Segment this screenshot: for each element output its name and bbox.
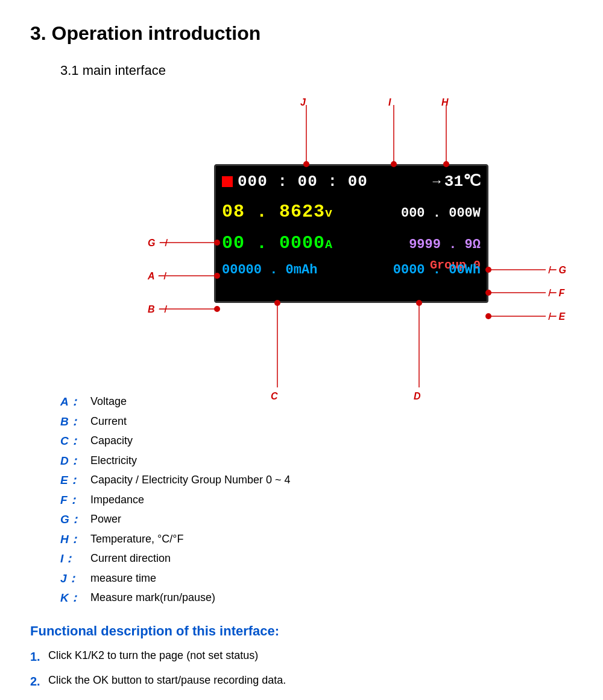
legend-B: B： Current [60, 413, 573, 431]
legend-list: A： Voltage B： Current C： Capacity D： Ele… [60, 393, 573, 607]
legend-key-H: H： [60, 531, 90, 549]
legend-val-B: Current [90, 413, 127, 430]
label-B-left: B ⊣ [148, 302, 166, 317]
impedance-display: 9999 . 9Ω [409, 234, 481, 255]
legend-val-J: measure time [90, 570, 156, 587]
legend-C: C： Capacity [60, 433, 573, 450]
functional-title: Functional description of this interface… [30, 620, 573, 641]
legend-key-K: K： [60, 590, 90, 607]
legend-val-K: Measure mark(run/pause) [90, 590, 215, 606]
dot-C [274, 300, 280, 306]
lcd-display: 000 : 00 : 00 → 31℃ 08 . 8623v 000 . 000… [214, 164, 488, 303]
legend-G: G： Power [60, 511, 573, 529]
power-display: 000 . 000W [401, 203, 481, 224]
legend-val-F: Impedance [90, 492, 144, 508]
dot-F [485, 290, 491, 296]
label-J: J [300, 95, 306, 110]
legend-key-J: J： [60, 570, 90, 588]
legend-key-E: E： [60, 472, 90, 489]
func-item-1: 1. Click K1/K2 to turn the page (not set… [30, 648, 573, 666]
dot-E [485, 313, 491, 319]
label-D-bottom: D [414, 389, 421, 404]
temperature-display: 31℃ [444, 170, 481, 195]
legend-val-H: Temperature, °C/°F [90, 531, 183, 547]
legend-key-A: A： [60, 393, 90, 411]
legend-val-A: Voltage [90, 393, 127, 410]
current-display: 00 . 0000A [222, 229, 409, 258]
current-direction-arrow: → [433, 171, 441, 192]
legend-val-G: Power [90, 511, 121, 527]
legend-J: J： measure time [60, 570, 573, 588]
func-num-1: 1. [30, 648, 48, 666]
legend-D: D： Electricity [60, 453, 573, 470]
legend-val-E: Capacity / Electricity Group Number 0 ~ … [90, 472, 291, 488]
label-F-right: ⊢ F [548, 285, 564, 301]
capacity-display: 00000 . 0mAh [222, 259, 393, 281]
legend-F: F： Impedance [60, 492, 573, 509]
func-text-3: When the recording data is paused (K. Re… [48, 697, 573, 700]
measure-mark-indicator [222, 176, 233, 187]
page-heading: 3. Operation introduction [30, 18, 573, 49]
legend-key-B: B： [60, 413, 90, 431]
func-num-2: 2. [30, 672, 48, 691]
section-title: 3.1 main interface [60, 60, 573, 81]
legend-key-F: F： [60, 492, 90, 509]
legend-E: E： Capacity / Electricity Group Number 0… [60, 472, 573, 489]
dot-G-right [485, 267, 491, 273]
func-text-2: Click the OK button to start/pause recor… [48, 672, 286, 689]
time-display: 000 : 00 : 00 [238, 170, 429, 195]
diagram-area: 000 : 00 : 00 → 31℃ 08 . 8623v 000 . 000… [30, 92, 573, 387]
label-E-right: ⊢ E [548, 309, 565, 325]
legend-key-G: G： [60, 511, 90, 529]
func-text-1: Click K1/K2 to turn the page (not set st… [48, 648, 258, 664]
legend-K: K： Measure mark(run/pause) [60, 590, 573, 607]
label-G-left: G ⊣ [148, 235, 166, 251]
legend-val-I: Current direction [90, 550, 171, 567]
legend-A: A： Voltage [60, 393, 573, 411]
label-A-left: A ⊣ [148, 269, 165, 284]
dot-B [214, 306, 220, 312]
label-H: H [441, 95, 449, 110]
func-num-3: 3. [30, 697, 48, 700]
legend-I: I： Current direction [60, 550, 573, 568]
label-G-right: ⊢ G [548, 262, 566, 278]
label-C-bottom: C [271, 389, 278, 404]
dot-D [416, 300, 422, 306]
legend-H: H： Temperature, °C/°F [60, 531, 573, 549]
legend-val-D: Electricity [90, 453, 137, 469]
func-item-2: 2. Click the OK button to start/pause re… [30, 672, 573, 691]
electricity-display: 0000 . 00Wh [393, 259, 481, 281]
voltage-display: 08 . 8623v [222, 197, 401, 226]
legend-key-D: D： [60, 453, 90, 470]
legend-key-C: C： [60, 433, 90, 450]
legend-val-C: Capacity [90, 433, 133, 449]
legend-key-I: I： [60, 550, 90, 568]
label-I: I [388, 95, 391, 110]
func-item-3: 3. When the recording data is paused (K.… [30, 697, 573, 700]
